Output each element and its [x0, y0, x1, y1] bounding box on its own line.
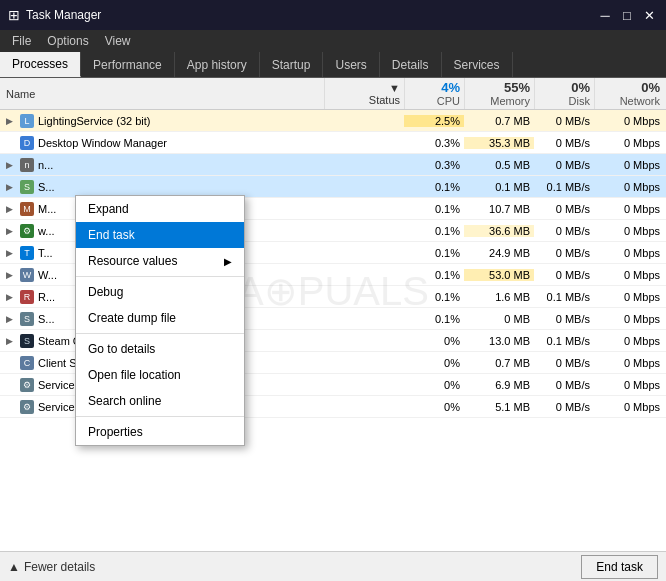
col-header-name[interactable]: Name — [2, 78, 324, 109]
memory-cell: 13.0 MB — [464, 335, 534, 347]
expand-arrow: ▶ — [6, 314, 16, 324]
ctx-end-task[interactable]: End task — [76, 222, 244, 248]
tab-app-history[interactable]: App history — [175, 52, 260, 77]
process-name-cell: ▶ n n... — [2, 158, 324, 172]
process-icon: T — [20, 246, 34, 260]
expand-arrow: ▶ — [6, 248, 16, 258]
network-cell: 0 Mbps — [594, 401, 664, 413]
process-name: S... — [38, 313, 55, 325]
cpu-cell: 0.1% — [404, 225, 464, 237]
fewer-details-label: Fewer details — [24, 560, 95, 574]
process-icon: W — [20, 268, 34, 282]
tab-startup[interactable]: Startup — [260, 52, 324, 77]
col-name-label: Name — [6, 88, 35, 100]
close-button[interactable]: ✕ — [640, 6, 658, 24]
col-header-network[interactable]: 0% Network — [594, 78, 664, 109]
network-cell: 0 Mbps — [594, 181, 664, 193]
menu-view[interactable]: View — [97, 32, 139, 50]
status-bar: ▲ Fewer details End task — [0, 551, 666, 581]
network-cell: 0 Mbps — [594, 225, 664, 237]
menu-file[interactable]: File — [4, 32, 39, 50]
table-header: Name ▼ Status 4% CPU 55% Memory 0% Disk … — [0, 78, 666, 110]
table-row[interactable]: ▶ L LightingService (32 bit) 2.5% 0.7 MB… — [0, 110, 666, 132]
ctx-expand[interactable]: Expand — [76, 196, 244, 222]
tab-users[interactable]: Users — [323, 52, 379, 77]
ctx-end-task-label: End task — [88, 228, 135, 242]
ctx-open-file-location[interactable]: Open file location — [76, 362, 244, 388]
disk-cell: 0 MB/s — [534, 137, 594, 149]
fewer-details-button[interactable]: ▲ Fewer details — [8, 560, 95, 574]
process-name: w... — [38, 225, 55, 237]
app-icon: ⊞ — [8, 7, 20, 23]
cpu-cell: 0% — [404, 401, 464, 413]
cpu-cell: 0.1% — [404, 269, 464, 281]
minimize-button[interactable]: ─ — [596, 6, 614, 24]
ctx-create-dump[interactable]: Create dump file — [76, 305, 244, 331]
network-cell: 0 Mbps — [594, 247, 664, 259]
memory-cell: 1.6 MB — [464, 291, 534, 303]
col-header-disk[interactable]: 0% Disk — [534, 78, 594, 109]
tab-performance[interactable]: Performance — [81, 52, 175, 77]
ctx-create-dump-label: Create dump file — [88, 311, 176, 325]
network-cell: 0 Mbps — [594, 357, 664, 369]
ctx-separator-1 — [76, 276, 244, 277]
cpu-cell: 0% — [404, 335, 464, 347]
process-name: Desktop Window Manager — [38, 137, 167, 149]
process-icon: S — [20, 312, 34, 326]
table-row[interactable]: D Desktop Window Manager 0.3% 35.3 MB 0 … — [0, 132, 666, 154]
expand-arrow: ▶ — [6, 336, 16, 346]
memory-cell: 36.6 MB — [464, 225, 534, 237]
tab-details[interactable]: Details — [380, 52, 442, 77]
end-task-button[interactable]: End task — [581, 555, 658, 579]
tab-processes[interactable]: Processes — [0, 52, 81, 77]
tab-services[interactable]: Services — [442, 52, 513, 77]
memory-cell: 24.9 MB — [464, 247, 534, 259]
process-icon: S — [20, 334, 34, 348]
col-header-memory[interactable]: 55% Memory — [464, 78, 534, 109]
disk-cell: 0 MB/s — [534, 379, 594, 391]
process-icon: C — [20, 356, 34, 370]
maximize-button[interactable]: □ — [618, 6, 636, 24]
title-bar: ⊞ Task Manager ─ □ ✕ — [0, 0, 666, 30]
cpu-cell: 0.1% — [404, 247, 464, 259]
ctx-go-to-details[interactable]: Go to details — [76, 336, 244, 362]
ctx-separator-3 — [76, 416, 244, 417]
ctx-go-to-details-label: Go to details — [88, 342, 155, 356]
memory-cell: 0.1 MB — [464, 181, 534, 193]
process-name: R... — [38, 291, 55, 303]
expand-arrow: ▶ — [6, 292, 16, 302]
ctx-expand-label: Expand — [88, 202, 129, 216]
ctx-resource-values-label: Resource values — [88, 254, 177, 268]
table-row[interactable]: ▶ n n... 0.3% 0.5 MB 0 MB/s 0 Mbps — [0, 154, 666, 176]
ctx-resource-values[interactable]: Resource values ▶ — [76, 248, 244, 274]
network-cell: 0 Mbps — [594, 115, 664, 127]
col-header-status[interactable]: ▼ Status — [324, 78, 404, 109]
process-name: LightingService (32 bit) — [38, 115, 151, 127]
tab-bar: Processes Performance App history Startu… — [0, 52, 666, 78]
memory-cell: 0.7 MB — [464, 357, 534, 369]
menu-options[interactable]: Options — [39, 32, 96, 50]
expand-arrow: ▶ — [6, 226, 16, 236]
disk-cell: 0 MB/s — [534, 225, 594, 237]
memory-cell: 0.5 MB — [464, 159, 534, 171]
cpu-cell: 0% — [404, 379, 464, 391]
ctx-debug-label: Debug — [88, 285, 123, 299]
app-title: Task Manager — [26, 8, 101, 22]
memory-cell: 6.9 MB — [464, 379, 534, 391]
cpu-cell: 2.5% — [404, 115, 464, 127]
process-name: n... — [38, 159, 53, 171]
expand-arrow: ▶ — [6, 204, 16, 214]
cpu-cell: 0.1% — [404, 291, 464, 303]
process-name: S... — [38, 181, 55, 193]
process-icon: ⚙ — [20, 400, 34, 414]
network-cell: 0 Mbps — [594, 313, 664, 325]
disk-cell: 0.1 MB/s — [534, 335, 594, 347]
col-header-cpu[interactable]: 4% CPU — [404, 78, 464, 109]
memory-cell: 0 MB — [464, 313, 534, 325]
ctx-properties[interactable]: Properties — [76, 419, 244, 445]
ctx-debug[interactable]: Debug — [76, 279, 244, 305]
process-icon: ⚙ — [20, 378, 34, 392]
process-icon: D — [20, 136, 34, 150]
ctx-search-online[interactable]: Search online — [76, 388, 244, 414]
submenu-arrow-icon: ▶ — [224, 256, 232, 267]
